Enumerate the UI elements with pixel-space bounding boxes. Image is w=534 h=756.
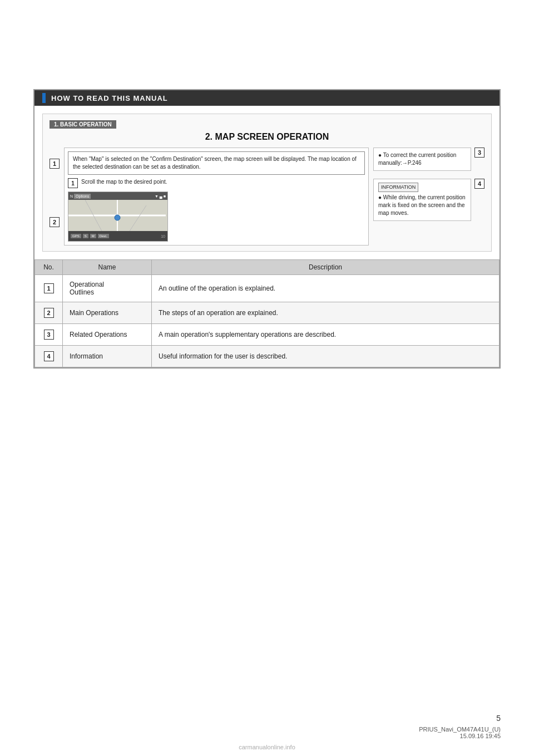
map-toolbar: N Options ▼ ▄ ■ — [68, 192, 167, 200]
information-label: INFORMATION — [378, 183, 418, 192]
table-row: 1Operational OutlinesAn outline of the o… — [35, 275, 500, 302]
howto-section: HOW TO READ THIS MANUAL 1. BASIC OPERATI… — [33, 89, 501, 369]
right-row-4: INFORMATION ● While driving, the current… — [373, 179, 484, 221]
col-header-name: Name — [63, 260, 152, 275]
map-screen-title: 2. MAP SCREEN OPERATION — [50, 132, 484, 142]
num-box-3: 3 — [474, 148, 484, 158]
table-row: 4InformationUseful information for the u… — [35, 346, 500, 367]
watermark: carmanualonline.info — [0, 744, 534, 750]
page-container: HOW TO READ THIS MANUAL 1. BASIC OPERATI… — [0, 0, 534, 756]
row-number: 3 — [35, 324, 63, 346]
footer-line1: PRIUS_Navi_OM47A41U_(U) — [419, 726, 501, 733]
map-body — [68, 200, 167, 231]
diagram-right: ● To correct the current position manual… — [373, 148, 484, 221]
row-description: A main operation's supplementary operati… — [152, 324, 500, 346]
map-btn-s: S — [83, 234, 88, 238]
section-header: HOW TO READ THIS MANUAL — [34, 90, 500, 106]
footer: PRIUS_Navi_OM47A41U_(U) 15.09.16 19:45 — [419, 726, 501, 739]
number-labels: 1 2 — [50, 148, 60, 229]
num-box-4: 4 — [474, 179, 484, 189]
map-mockup: N Options ▼ ▄ ■ — [68, 192, 168, 242]
step-text: Scroll the map to the desired point. — [81, 178, 167, 185]
row-name: Related Operations — [63, 324, 152, 346]
num-box-1: 1 — [50, 159, 60, 169]
map-btn-dest: Dest. — [98, 234, 109, 238]
right-row-3: ● To correct the current position manual… — [373, 148, 484, 171]
table-num-box: 4 — [44, 351, 54, 361]
diagram-area: 1. BASIC OPERATION 2. MAP SCREEN OPERATI… — [42, 114, 492, 252]
step-num: 1 — [68, 178, 78, 188]
step-row: 1 Scroll the map to the desired point. — [68, 178, 365, 188]
row-name: Main Operations — [63, 302, 152, 324]
row-number: 4 — [35, 346, 63, 367]
row-number: 1 — [35, 275, 63, 302]
row-name: Information — [63, 346, 152, 367]
right-box-3: ● To correct the current position manual… — [373, 148, 471, 171]
table-row: 3Related OperationsA main operation's su… — [35, 324, 500, 346]
num-box-2: 2 — [50, 217, 60, 227]
right-info-area: INFORMATION ● While driving, the current… — [373, 179, 471, 221]
right-box-info: INFORMATION ● While driving, the current… — [373, 179, 471, 221]
table-row: 2Main OperationsThe steps of an operatio… — [35, 302, 500, 324]
diagram-columns: 1 2 When "Map" is selected on the "Confi… — [50, 148, 484, 246]
map-btn-m: M — [90, 234, 96, 238]
row-description: The steps of an operation are explained. — [152, 302, 500, 324]
map-btn-gps: GPS — [71, 234, 81, 238]
col-header-desc: Description — [152, 260, 500, 275]
outline-text-box: When "Map" is selected on the "Confirm D… — [68, 151, 365, 175]
footer-line2: 15.09.16 19:45 — [419, 733, 501, 739]
row-number: 2 — [35, 302, 63, 324]
map-roads-svg — [68, 200, 166, 231]
left-text: When "Map" is selected on the "Confirm D… — [73, 156, 357, 170]
svg-point-5 — [115, 215, 120, 220]
row-name: Operational Outlines — [63, 275, 152, 302]
row-description: An outline of the operation is explained… — [152, 275, 500, 302]
page-number: 5 — [496, 714, 501, 723]
right-bottom-text: ● While driving, the current position ma… — [378, 194, 466, 217]
right-top-text: ● To correct the current position manual… — [378, 152, 456, 166]
diagram-center: When "Map" is selected on the "Confirm D… — [64, 148, 369, 246]
options-btn: Options — [74, 194, 91, 199]
table-num-box: 1 — [44, 283, 54, 293]
section-title: HOW TO READ THIS MANUAL — [51, 94, 168, 102]
col-header-no: No. — [35, 260, 63, 275]
basic-op-bar: 1. BASIC OPERATION — [50, 120, 116, 129]
description-table: No. Name Description 1Operational Outlin… — [34, 259, 500, 367]
table-num-box: 3 — [44, 330, 54, 340]
row-description: Useful information for the user is descr… — [152, 346, 500, 367]
table-num-box: 2 — [44, 308, 54, 318]
map-bottom-bar: GPS S M Dest. 10 — [68, 231, 167, 241]
